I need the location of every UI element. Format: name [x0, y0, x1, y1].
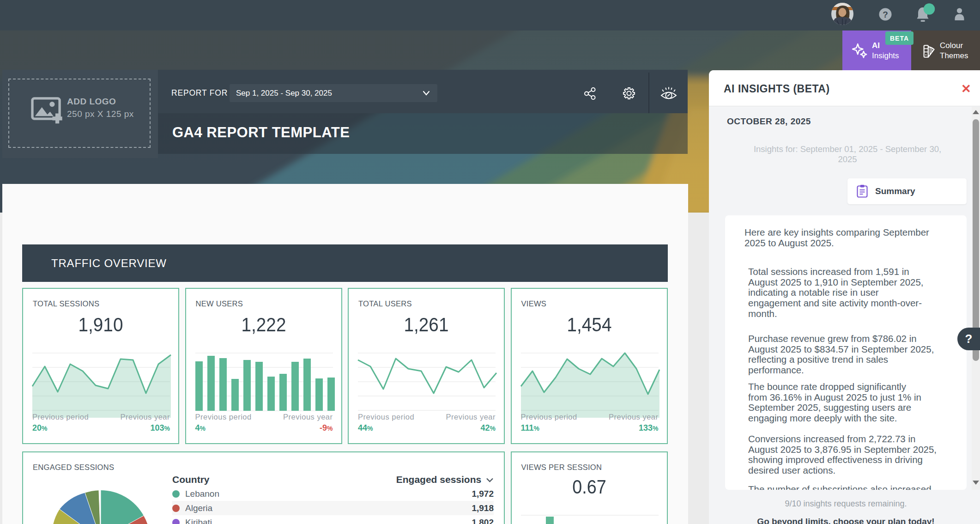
svg-text:?: ?: [883, 10, 888, 19]
